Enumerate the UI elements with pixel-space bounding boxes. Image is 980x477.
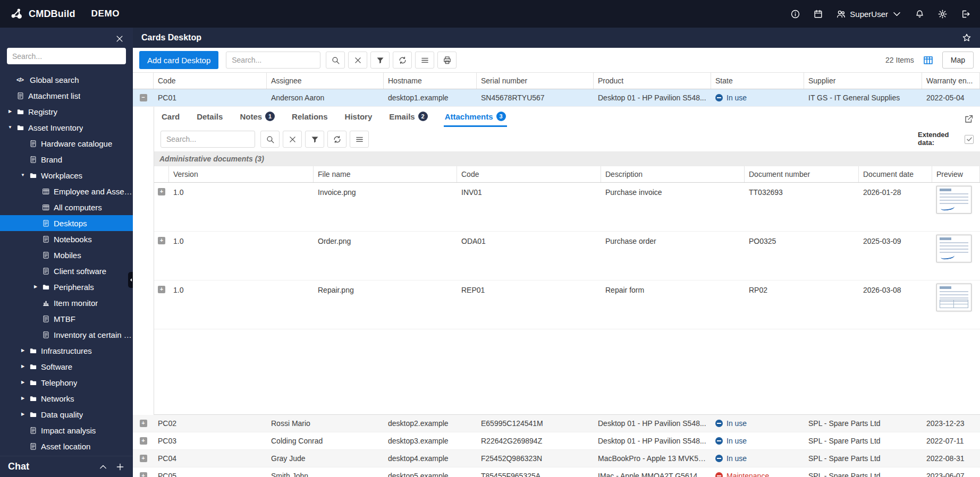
table-row-pc04[interactable]: + PC04 Gray Jude desktop4.example F25452… bbox=[133, 450, 980, 467]
tab-emails[interactable]: Emails2 bbox=[388, 112, 428, 127]
sidebar-item-hardware-catalogue[interactable]: Hardware catalogue bbox=[0, 135, 133, 151]
attachment-row-invoice[interactable]: + 1.0 Invoice.png INV01 Purchase invoice… bbox=[154, 183, 980, 232]
attachments-search-input[interactable] bbox=[160, 131, 255, 148]
clear-search-button[interactable] bbox=[348, 52, 367, 69]
sidebar-item-software[interactable]: ▶Software bbox=[0, 359, 133, 374]
state-cell: In use bbox=[711, 437, 804, 445]
sidebar-item-registry[interactable]: ▶Registry bbox=[0, 104, 133, 120]
attachments-clear-search-button[interactable] bbox=[283, 131, 302, 148]
tab-history[interactable]: History bbox=[344, 112, 374, 127]
sidebar-item-attachment-list[interactable]: Attachment list bbox=[0, 88, 133, 104]
sidebar-item-infrastructures[interactable]: ▶Infrastructures bbox=[0, 343, 133, 359]
attachment-preview-thumbnail[interactable] bbox=[936, 235, 971, 262]
tab-attachments[interactable]: Attachments3 bbox=[444, 112, 507, 127]
tab-card[interactable]: Card bbox=[160, 112, 181, 127]
sidebar-item-mtbf[interactable]: MTBF bbox=[0, 311, 133, 327]
column-header-preview[interactable]: Preview bbox=[932, 166, 980, 182]
chat-collapse-button[interactable] bbox=[98, 462, 108, 472]
search-icon bbox=[266, 135, 275, 144]
attachments-menu-button[interactable] bbox=[350, 131, 369, 148]
table-row-pc05[interactable]: + PC05 Smith John desktop5.example T8545… bbox=[133, 467, 980, 477]
column-header-document-date[interactable]: Document date bbox=[859, 166, 932, 182]
table-row-pc02[interactable]: + PC02 Rossi Mario desktop2.example E659… bbox=[133, 415, 980, 432]
column-header-warranty[interactable]: Warranty en... bbox=[922, 73, 980, 89]
column-header-file-name[interactable]: File name bbox=[314, 166, 457, 182]
attachments-search-button[interactable] bbox=[260, 131, 280, 148]
column-header-code[interactable]: Code bbox=[154, 73, 267, 89]
notifications-button[interactable] bbox=[915, 9, 925, 19]
attachment-preview-thumbnail[interactable] bbox=[936, 284, 971, 311]
extended-data-checkbox[interactable] bbox=[965, 135, 974, 144]
sidebar-item-desktops[interactable]: Desktops bbox=[0, 215, 133, 231]
table-row-pc01[interactable]: − PC01 Anderson Aaron desktop1.example S… bbox=[133, 89, 980, 107]
sidebar-item-asset-inventory[interactable]: ▼Asset Inventory bbox=[0, 120, 133, 135]
chat-panel-header[interactable]: Chat bbox=[0, 456, 133, 477]
sidebar-close-button[interactable] bbox=[115, 34, 124, 44]
settings-button[interactable] bbox=[937, 9, 948, 19]
filter-button[interactable] bbox=[370, 52, 390, 69]
sidebar-collapse-handle[interactable] bbox=[128, 272, 133, 288]
column-header-serial[interactable]: Serial number bbox=[477, 73, 594, 89]
expand-attachment-icon[interactable]: + bbox=[158, 188, 165, 195]
favorite-star-icon[interactable] bbox=[962, 33, 971, 42]
column-header-assignee[interactable]: Assignee bbox=[267, 73, 384, 89]
column-header-state[interactable]: State bbox=[711, 73, 804, 89]
sidebar-item-mobiles[interactable]: Mobiles bbox=[0, 247, 133, 263]
bar-chart-icon bbox=[42, 299, 50, 307]
sidebar-item-telephony[interactable]: ▶Telephony bbox=[0, 374, 133, 390]
collapse-row-icon[interactable]: − bbox=[140, 94, 147, 101]
sidebar-item-impact-analysis[interactable]: Impact analysis bbox=[0, 422, 133, 438]
attachment-row-repair[interactable]: + 1.0 Repair.png REP01 Repair form RP02 … bbox=[154, 280, 980, 329]
column-header-product[interactable]: Product bbox=[594, 73, 711, 89]
expand-row-icon[interactable]: + bbox=[140, 455, 147, 462]
sidebar-item-all-computers[interactable]: All computers bbox=[0, 199, 133, 215]
tab-notes[interactable]: Notes1 bbox=[239, 112, 276, 127]
chat-new-button[interactable] bbox=[115, 462, 125, 472]
add-card-button[interactable]: Add card Desktop bbox=[139, 51, 218, 69]
sidebar-item-inventory-at-date[interactable]: Inventory at certain da... bbox=[0, 327, 133, 343]
serial-cell: R22642G269894Z bbox=[477, 437, 594, 445]
sidebar-item-networks[interactable]: ▶Networks bbox=[0, 390, 133, 406]
info-button[interactable] bbox=[790, 9, 800, 19]
user-menu-button[interactable]: SuperUser bbox=[836, 9, 902, 19]
sidebar-item-asset-location[interactable]: Asset location bbox=[0, 438, 133, 454]
table-row-pc03[interactable]: + PC03 Colding Conrad desktop3.example R… bbox=[133, 432, 980, 450]
column-header-code[interactable]: Code bbox=[457, 166, 601, 182]
attachments-filter-button[interactable] bbox=[305, 131, 324, 148]
sidebar-item-data-quality[interactable]: ▶Data quality bbox=[0, 406, 133, 422]
expand-attachment-icon[interactable]: + bbox=[158, 286, 165, 293]
attachment-row-order[interactable]: + 1.0 Order.png ODA01 Purchase order PO0… bbox=[154, 232, 980, 280]
search-button[interactable] bbox=[326, 52, 345, 69]
open-in-new-window-icon[interactable] bbox=[964, 114, 974, 124]
sidebar-search-input[interactable] bbox=[7, 48, 126, 64]
column-header-hostname[interactable]: Hostname bbox=[384, 73, 477, 89]
column-header-document-number[interactable]: Document number bbox=[745, 166, 859, 182]
menu-button[interactable] bbox=[415, 52, 434, 69]
sidebar-item-client-software[interactable]: Client software bbox=[0, 263, 133, 279]
logout-button[interactable] bbox=[960, 9, 970, 19]
sidebar-item-item-monitor[interactable]: Item monitor bbox=[0, 295, 133, 311]
expand-attachment-icon[interactable]: + bbox=[158, 237, 165, 244]
cards-search-input[interactable] bbox=[226, 52, 320, 69]
calendar-button[interactable] bbox=[813, 9, 823, 19]
expand-row-icon[interactable]: + bbox=[140, 437, 147, 445]
sidebar-item-employee-and-assets[interactable]: Employee and Assets i... bbox=[0, 183, 133, 199]
column-header-version[interactable]: Version bbox=[169, 166, 314, 182]
attachment-preview-thumbnail[interactable] bbox=[936, 186, 971, 214]
sidebar-item-global-search[interactable]: </>Global search bbox=[0, 72, 133, 88]
grid-view-icon[interactable] bbox=[923, 55, 934, 66]
sidebar-item-brand[interactable]: Brand bbox=[0, 151, 133, 167]
sidebar-item-peripherals[interactable]: ▶Peripherals bbox=[0, 279, 133, 295]
tab-relations[interactable]: Relations bbox=[291, 112, 329, 127]
sidebar-item-workplaces[interactable]: ▼Workplaces bbox=[0, 167, 133, 183]
column-header-supplier[interactable]: Supplier bbox=[804, 73, 922, 89]
refresh-button[interactable] bbox=[393, 52, 412, 69]
attachments-refresh-button[interactable] bbox=[327, 131, 347, 148]
sidebar-item-notebooks[interactable]: Notebooks bbox=[0, 231, 133, 247]
print-button[interactable] bbox=[437, 52, 457, 69]
tab-details[interactable]: Details bbox=[196, 112, 224, 127]
map-button[interactable]: Map bbox=[942, 52, 974, 69]
column-header-description[interactable]: Description bbox=[601, 166, 745, 182]
expand-row-icon[interactable]: + bbox=[140, 420, 147, 427]
expand-row-icon[interactable]: + bbox=[140, 472, 147, 477]
